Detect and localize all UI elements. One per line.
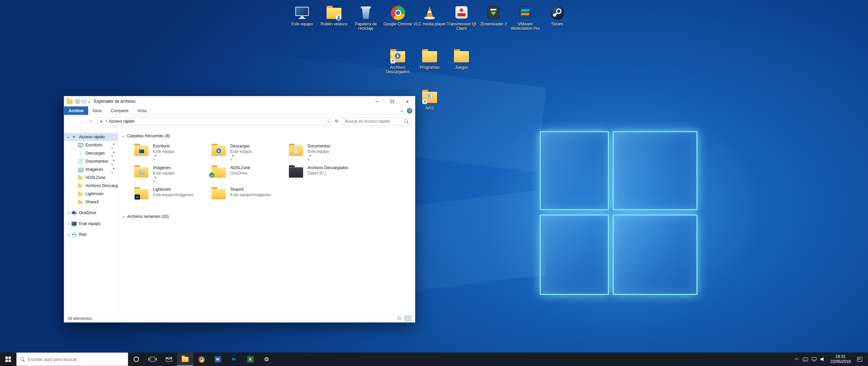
minimize-button[interactable] xyxy=(369,96,384,106)
hidden-icons-button[interactable] xyxy=(792,352,801,366)
chevron-right-icon[interactable] xyxy=(67,233,69,236)
tab-inicio[interactable]: Inicio xyxy=(88,106,106,115)
folder-tile-adslzone[interactable]: ADSLZone OneDrive xyxy=(211,165,284,186)
desktop-icon-jdownloader[interactable]: JDownloader 2 xyxy=(477,5,510,26)
sidebar-item-documentos[interactable]: Documentos xyxy=(64,157,118,165)
task-view-button[interactable] xyxy=(144,352,161,366)
desktop-icon-juegos[interactable]: Juegos xyxy=(445,48,478,70)
taskbar-photoshop-button[interactable]: Ps xyxy=(226,352,242,366)
network-tray-button[interactable] xyxy=(810,352,818,366)
desktop-icon-recycle-bin[interactable]: Papelera de reciclaje xyxy=(350,5,382,31)
folder-tile-imagenes[interactable]: Imágenes Este equipo xyxy=(134,165,207,186)
large-icons-view-button[interactable] xyxy=(404,316,412,322)
back-button[interactable]: ← xyxy=(65,117,74,125)
taskbar-explorer-button[interactable] xyxy=(177,352,193,366)
desktop-icon-vmware[interactable]: VMware Workstation Pro xyxy=(509,5,541,31)
tab-archivo[interactable]: Archivo xyxy=(64,106,88,115)
desktop-icon-vlc[interactable]: VLC media player xyxy=(413,5,446,26)
chevron-right-icon[interactable] xyxy=(67,222,69,225)
action-center-button[interactable] xyxy=(854,352,865,366)
folder-icon xyxy=(453,48,470,64)
folder-tile-sharex[interactable]: ShareX Este equipo\Imágenes xyxy=(211,186,284,208)
expand-ribbon-chevron-icon[interactable] xyxy=(400,109,403,112)
chevron-right-icon[interactable] xyxy=(67,211,69,214)
explorer-search-box[interactable] xyxy=(342,117,411,125)
volume-tray-button[interactable] xyxy=(818,352,827,366)
taskbar-excel-button[interactable]: X xyxy=(242,352,258,366)
forward-button[interactable]: → xyxy=(76,117,85,125)
pictures-icon xyxy=(78,167,83,172)
sidebar-item-escritorio[interactable]: Escritorio xyxy=(64,141,118,149)
tab-vista[interactable]: Vista xyxy=(133,106,151,115)
chevron-right-icon[interactable] xyxy=(122,215,124,218)
cortana-button[interactable] xyxy=(128,352,144,366)
touch-keyboard-button[interactable] xyxy=(801,352,810,366)
keyboard-icon xyxy=(803,358,808,361)
sidebar-item-red[interactable]: Red xyxy=(64,230,118,239)
title-bar[interactable]: Explorador de archivos × xyxy=(64,96,415,106)
maximize-button[interactable] xyxy=(384,96,400,106)
folder-icon xyxy=(134,143,150,157)
chevron-down-icon[interactable] xyxy=(67,136,69,138)
sidebar-item-lightroom[interactable]: Lightroom xyxy=(64,190,118,198)
taskbar-settings-button[interactable]: ⚙ xyxy=(258,352,275,366)
taskbar-clock[interactable]: 16:31 22/05/2019 xyxy=(827,354,854,364)
computer-icon xyxy=(71,221,77,226)
desktop-icon-programas[interactable]: Programas xyxy=(413,48,446,70)
desktop-icon-steam[interactable]: Steam xyxy=(541,5,573,26)
explorer-search-input[interactable] xyxy=(345,119,404,124)
sidebar-item-descargas[interactable]: ↓ Descargas xyxy=(64,149,118,157)
sidebar-item-este-equipo[interactable]: Este equipo xyxy=(64,220,118,228)
chevron-down-icon[interactable] xyxy=(122,135,124,137)
breadcrumb-chevron-icon[interactable] xyxy=(105,120,107,122)
folder-tile-documentos[interactable]: Documentos Este equipo xyxy=(289,143,362,165)
qat-properties-icon[interactable] xyxy=(76,100,79,103)
pin-icon xyxy=(111,168,115,171)
section-recent-files[interactable]: Archivos recientes (20) xyxy=(121,213,415,220)
taskbar-mail-button[interactable] xyxy=(161,352,177,366)
taskbar-search-input[interactable] xyxy=(28,357,124,362)
tab-compartir[interactable]: Compartir xyxy=(106,106,133,115)
sidebar-item-adslzone[interactable]: ADSLZone xyxy=(64,174,118,182)
desktop-icon-user-folder[interactable]: Rubén velasco xyxy=(318,5,350,26)
refresh-button[interactable]: ↻ xyxy=(333,117,341,125)
sidebar-item-sharex[interactable]: ShareX xyxy=(64,198,118,206)
qat-new-folder-icon[interactable] xyxy=(82,100,86,103)
help-button[interactable]: ? xyxy=(407,108,412,114)
start-button[interactable] xyxy=(0,352,16,366)
qat-customize-chevron-icon[interactable] xyxy=(88,100,90,102)
shortcut-arrow-icon xyxy=(391,59,395,63)
sidebar-item-onedrive[interactable]: OneDrive xyxy=(64,209,118,217)
lightroom-badge-icon: Lr xyxy=(135,195,140,200)
sidebar-item-acceso-rapido[interactable]: ★ Acceso rápido xyxy=(64,133,118,141)
folder-icon xyxy=(421,48,438,64)
folder-tile-lightroom[interactable]: Lr Lightroom Este equipo\Imágenes xyxy=(134,186,207,208)
pin-icon xyxy=(111,143,115,147)
cortana-icon xyxy=(134,357,139,362)
address-dropdown-chevron-icon[interactable] xyxy=(327,120,330,122)
desktop: Este equipo Rubén velasco Papelera de re… xyxy=(0,0,868,366)
desktop-icon-archivos-descargados[interactable]: Archivos Descargados xyxy=(381,48,414,74)
section-frequent-folders[interactable]: Carpetas frecuentes (8) xyxy=(121,132,415,140)
taskbar-search-box[interactable] xyxy=(16,352,128,366)
desktop-icon-transmission[interactable]: Transmission Qt Client xyxy=(445,5,478,31)
sidebar-item-archivos-descargados[interactable]: Archivos Descargados xyxy=(64,182,118,190)
details-view-button[interactable] xyxy=(396,316,403,322)
folder-tile-escritorio[interactable]: Escritorio Este equipo xyxy=(134,143,207,165)
desktop-icon-chrome[interactable]: Google Chrome xyxy=(381,5,414,26)
close-button[interactable]: × xyxy=(400,96,415,106)
sidebar-item-imagenes[interactable]: Imágenes xyxy=(64,165,118,174)
address-field[interactable]: ★ Acceso rápido xyxy=(97,117,331,125)
photoshop-icon: Ps xyxy=(231,356,237,363)
folder-tile-descargas[interactable]: Descargas Este equipo xyxy=(211,143,284,165)
desktop-icon-este-equipo[interactable]: Este equipo xyxy=(286,5,318,26)
up-button[interactable]: ↑ xyxy=(86,117,95,125)
excel-icon: X xyxy=(247,356,254,363)
taskbar-chrome-button[interactable] xyxy=(193,352,210,366)
address-text[interactable]: Acceso rápido xyxy=(109,119,326,124)
folder-tile-archivos-descargados[interactable]: Archivos Descargados Datos (E:) xyxy=(289,165,362,186)
taskbar-word-button[interactable]: W xyxy=(210,352,226,366)
navigation-pane: ★ Acceso rápido Escritorio ↓ Descargas D… xyxy=(64,127,118,314)
desktop-icon-nas[interactable]: NAS xyxy=(413,89,446,110)
folder-shortcut-icon xyxy=(421,89,438,105)
